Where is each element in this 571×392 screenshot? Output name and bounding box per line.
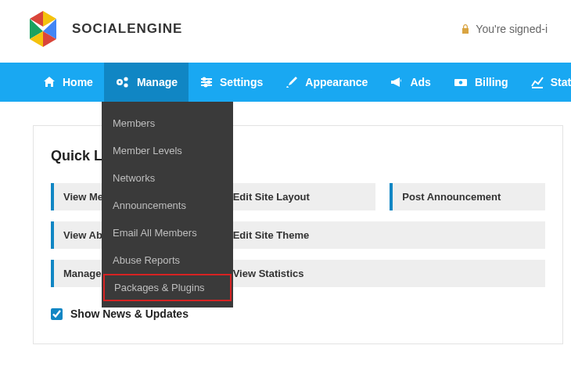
- nav-billing-label: Billing: [475, 76, 508, 88]
- megaphone-icon: [390, 75, 404, 89]
- show-news-label: Show News & Updates: [70, 307, 189, 320]
- nav-home[interactable]: Home: [31, 63, 104, 102]
- nav-billing[interactable]: Billing: [442, 63, 519, 102]
- svg-point-7: [119, 81, 121, 84]
- signed-in-status: You're signed-i: [460, 23, 548, 35]
- svg-point-15: [205, 85, 207, 87]
- svg-point-17: [459, 81, 462, 84]
- brand-name: SOCIALENGINE: [72, 21, 182, 37]
- brush-icon: [285, 75, 299, 89]
- nav-ads-label: Ads: [410, 76, 430, 88]
- nav-settings[interactable]: Settings: [189, 63, 274, 102]
- home-icon: [42, 75, 56, 89]
- menu-announcements[interactable]: Announcements: [102, 192, 233, 219]
- signed-in-text: You're signed-i: [476, 23, 548, 35]
- svg-point-14: [208, 81, 210, 84]
- gears-icon: [115, 75, 131, 89]
- nav-home-label: Home: [63, 76, 93, 88]
- logo-icon: [23, 9, 63, 49]
- nav-stats[interactable]: Stats: [519, 63, 571, 102]
- ql-edit-layout[interactable]: Edit Site Layout: [221, 183, 376, 210]
- lock-icon: [460, 23, 471, 34]
- ql-post-announcement[interactable]: Post Announcement: [390, 183, 545, 210]
- nav-appearance[interactable]: Appearance: [274, 63, 379, 102]
- nav-appearance-label: Appearance: [305, 76, 368, 88]
- svg-point-13: [203, 78, 206, 81]
- ql-view-statistics[interactable]: View Statistics: [221, 260, 545, 287]
- sliders-icon: [199, 75, 214, 89]
- show-news-checkbox[interactable]: [51, 308, 63, 320]
- brand: SOCIALENGINE: [23, 9, 182, 49]
- menu-email-all[interactable]: Email All Members: [102, 219, 233, 246]
- menu-abuse-reports[interactable]: Abuse Reports: [102, 246, 233, 274]
- menu-members[interactable]: Members: [102, 110, 233, 137]
- topbar: SOCIALENGINE You're signed-i: [0, 0, 571, 63]
- money-icon: [453, 75, 469, 89]
- main-nav: Home Manage Settings Appearance Ads Bill…: [0, 63, 571, 102]
- nav-settings-label: Settings: [220, 76, 263, 88]
- nav-stats-label: Stats: [551, 76, 571, 88]
- nav-manage-label: Manage: [137, 76, 178, 88]
- news-row: Show News & Updates: [51, 307, 545, 320]
- svg-point-8: [124, 77, 127, 81]
- menu-member-levels[interactable]: Member Levels: [102, 137, 233, 164]
- menu-packages-plugins[interactable]: Packages & Plugins: [103, 274, 232, 301]
- nav-ads[interactable]: Ads: [379, 63, 441, 102]
- ql-edit-theme[interactable]: Edit Site Theme: [221, 221, 545, 249]
- menu-networks[interactable]: Networks: [102, 164, 233, 192]
- svg-point-9: [124, 83, 127, 87]
- manage-dropdown: Members Member Levels Networks Announcem…: [102, 102, 233, 307]
- chart-icon: [530, 75, 544, 89]
- nav-manage[interactable]: Manage: [104, 63, 189, 102]
